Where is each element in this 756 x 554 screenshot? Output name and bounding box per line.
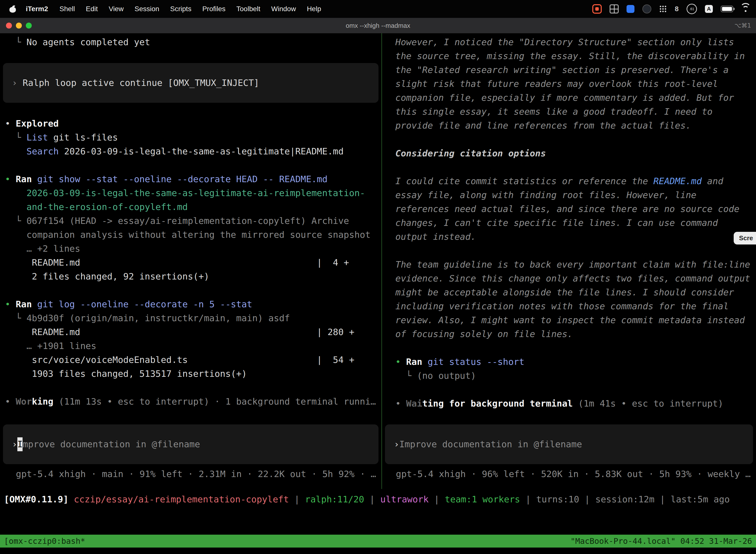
terminal-line: └ List git ls-files: [5, 130, 381, 145]
terminal-line: provide file and line references from th…: [395, 119, 756, 132]
terminal-line: However, I noticed the "Directory Struct…: [395, 35, 756, 49]
tmux-host-clock: "MacBook-Pro-44.local" 04:52 31-Mar-26: [570, 536, 752, 546]
minimize-button[interactable]: [16, 22, 22, 29]
zoom-button[interactable]: [26, 22, 32, 29]
numeral-8-icon[interactable]: 8: [675, 5, 679, 13]
menu-scripts[interactable]: Scripts: [165, 5, 197, 13]
terminal-line: review. Also, I might want to inspect th…: [395, 313, 756, 327]
input-text: Improve documentation in @filename: [399, 437, 582, 451]
terminal-line: The team guideline is to back every impo…: [395, 258, 756, 272]
terminal-line: this single essay, it seems like a good …: [395, 105, 756, 119]
battery-icon[interactable]: [721, 6, 733, 12]
terminal-area: └ No agents completed yet› Ralph loop ac…: [0, 33, 756, 489]
terminal-line: Considering citation options: [395, 147, 756, 160]
menu-window[interactable]: Window: [266, 5, 302, 13]
menu-bar-menus: ShellEditViewSessionScriptsProfilesToolb…: [54, 5, 327, 13]
terminal-line: src/voice/voiceModeEnabled.ts | 54 +: [5, 353, 381, 367]
inject-banner: › Ralph loop active continue [OMX_TMUX_I…: [3, 63, 378, 103]
pane-right-stream: However, I noticed the "Directory Struct…: [382, 33, 756, 410]
terminal-line: essay file, along with finding root file…: [395, 188, 756, 202]
terminal-line: evidence. Since this change only affects…: [395, 272, 756, 285]
prompt-input-right[interactable]: › Improve documentation in @filename: [385, 425, 753, 464]
terminal-line: Search 2026-03-09-is-legal-the-same-as-l…: [5, 145, 381, 158]
prompt-input-left[interactable]: › Improve documentation in @filename: [3, 425, 378, 464]
input-text: mprove documentation in @filename: [22, 437, 200, 451]
pane-right-statusline: gpt-5.4 xhigh · 96% left · 520K in · 5.8…: [382, 467, 756, 481]
terminal-line: 2026-03-09-is-legal-the-same-as-legitima…: [5, 186, 381, 200]
terminal-line: • Waiting for background terminal (1m 41…: [395, 397, 756, 410]
prompt-chevron: ›: [12, 437, 17, 451]
app-grid-icon[interactable]: [659, 5, 667, 13]
screen-recording-icon[interactable]: [592, 4, 602, 14]
terminal-line: companion file, especially if more comme…: [395, 91, 756, 105]
omx-status-line: [OMX#0.11.9] cczip/essay/ai-reimplementa…: [0, 492, 756, 506]
terminal-line: I could cite commit statistics or refere…: [395, 174, 756, 188]
terminal-line: the source tree, missing the essay. Stil…: [395, 49, 756, 63]
window-title-bar: omx --xhigh --madmax ⌥⌘1: [0, 18, 756, 33]
terminal-line: • Working (11m 13s • esc to interrupt) ·…: [5, 395, 381, 408]
terminal-line: README.md | 280 +: [5, 325, 381, 339]
apple-menu-icon[interactable]: [9, 5, 16, 13]
terminal-line: companion analysis without altering the …: [5, 228, 381, 242]
tmux-session-window[interactable]: [omx-cczip0:bash*: [4, 536, 85, 546]
terminal-pane-right[interactable]: However, I noticed the "Directory Struct…: [382, 33, 756, 489]
terminal-line: output instead.: [395, 230, 756, 244]
prompt-chevron: ›: [394, 437, 399, 451]
terminal-line: └ 4b9d30f (origin/main, instructkr/main,…: [5, 311, 381, 325]
terminal-line: including verification notes with those …: [395, 299, 756, 313]
terminal-line: and-the-erosion-of-copyleft.md: [5, 200, 381, 214]
terminal-line: … +2 lines: [5, 242, 381, 256]
terminal-line: of focusing solely on file lines.: [395, 327, 756, 341]
menu-help[interactable]: Help: [301, 5, 327, 13]
blue-app-icon[interactable]: [627, 5, 634, 13]
dark-app-icon[interactable]: [642, 4, 651, 13]
terminal-line: 1903 files changed, 513517 insertions(+): [5, 367, 381, 381]
text-cursor: I: [17, 437, 23, 451]
terminal-line: • Ran git show --stat --oneline --decora…: [5, 172, 381, 186]
menu-app-name[interactable]: iTerm2: [20, 5, 54, 13]
gauge-icon[interactable]: .61: [687, 4, 697, 14]
terminal-line: └ 067f154 (HEAD -> essay/ai-reimplementa…: [5, 214, 381, 228]
menu-profiles[interactable]: Profiles: [197, 5, 231, 13]
terminal-line: • Explored: [5, 117, 381, 130]
pane-left-statusline: gpt-5.4 xhigh · main · 91% left · 2.31M …: [0, 467, 381, 481]
menu-bar-status-icons: 8.61A: [592, 4, 750, 14]
tmux-status-bar[interactable]: [omx-cczip0:bash* "MacBook-Pro-44.local"…: [0, 535, 756, 548]
terminal-pane-left[interactable]: └ No agents completed yet› Ralph loop ac…: [0, 33, 382, 489]
menu-toolbelt[interactable]: Toolbelt: [231, 5, 266, 13]
terminal-line: • Ran git log --oneline --decorate -n 5 …: [5, 297, 381, 311]
menu-bar-left: iTerm2 ShellEditViewSessionScriptsProfil…: [0, 5, 327, 13]
terminal-line: changes, I can't cite specific file line…: [395, 216, 756, 230]
window-controls: [6, 22, 32, 29]
menu-edit[interactable]: Edit: [80, 5, 103, 13]
terminal-line: • Ran git status --short: [395, 355, 756, 369]
terminal-line: └ (no output): [395, 369, 756, 383]
wifi-icon[interactable]: [741, 5, 750, 12]
screen: iTerm2 ShellEditViewSessionScriptsProfil…: [0, 0, 756, 554]
input-source-icon[interactable]: A: [705, 5, 713, 13]
menu-session[interactable]: Session: [129, 5, 165, 13]
menu-view[interactable]: View: [103, 5, 129, 13]
window-title: omx --xhigh --madmax: [0, 22, 756, 30]
terminal-line: └ No agents completed yet: [5, 35, 381, 49]
screen-share-chip[interactable]: Scre: [734, 232, 756, 244]
terminal-line: references need actual files, and since …: [395, 202, 756, 216]
window-manager-icon[interactable]: [610, 4, 619, 13]
pane-left-stream: └ No agents completed yet› Ralph loop ac…: [0, 33, 381, 408]
terminal-line: might be acceptable alongside the file l…: [395, 285, 756, 299]
terminal-line: the "Related research writing" section i…: [395, 63, 756, 77]
terminal-line: README.md | 4 +: [5, 256, 381, 270]
terminal-line: 2 files changed, 92 insertions(+): [5, 270, 381, 283]
close-button[interactable]: [6, 22, 12, 29]
macos-menu-bar: iTerm2 ShellEditViewSessionScriptsProfil…: [0, 0, 756, 18]
menu-shell[interactable]: Shell: [54, 5, 80, 13]
window-shortcut-badge: ⌥⌘1: [735, 22, 751, 29]
terminal-line: … +1901 lines: [5, 339, 381, 353]
terminal-line: slight risk that future readers may over…: [395, 77, 756, 91]
